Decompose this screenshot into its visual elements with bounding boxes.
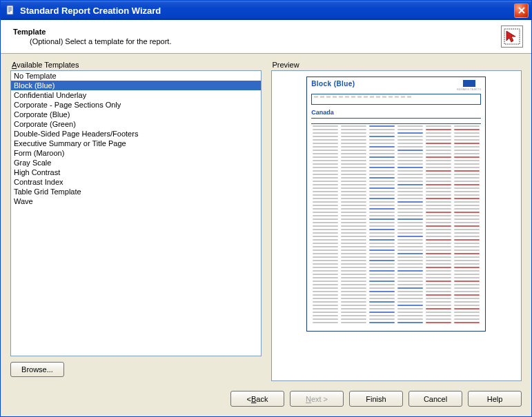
preview-table-header [311,118,481,124]
preview-label: Preview [271,61,522,69]
finish-button[interactable]: Finish [349,391,403,407]
wizard-header-text: Template (Optional) Select a template fo… [13,28,501,45]
window-title: Standard Report Creation Wizard [20,6,514,16]
template-item[interactable]: Corporate (Green) [11,119,261,129]
back-button[interactable]: < Back [230,391,284,407]
template-item[interactable]: Corporate - Page Sections Only [11,100,261,110]
next-rest: ext > [311,395,328,403]
browse-button[interactable]: Browse... [10,362,64,377]
template-item[interactable]: No Template [11,71,261,81]
template-item[interactable]: Gray Scale [11,158,261,167]
close-icon [518,6,526,14]
page-description: (Optional) Select a template for the rep… [13,37,501,45]
template-item[interactable]: Executive Summary or Title Page [11,139,261,148]
templates-listbox[interactable]: No TemplateBlock (Blue)Confidential Unde… [10,70,262,356]
template-item[interactable]: Confidential Underlay [11,90,261,100]
template-item[interactable]: Block (Blue) [11,81,261,90]
preview-subheader-blur [314,96,413,98]
content-area: Available Templates No TemplateBlock (Bl… [1,54,531,384]
preview-table-row [311,321,481,324]
back-rest: ack [256,395,268,403]
page-title: Template [13,28,501,36]
template-item[interactable]: Wave [11,196,261,206]
wizard-window: Standard Report Creation Wizard Template… [0,0,532,417]
button-row: < Back Next > Finish Cancel Help [1,384,531,416]
cancel-button[interactable]: Cancel [408,391,462,407]
template-item[interactable]: Corporate (Blue) [11,110,261,119]
preview-logo-text: BUSINESS OBJECTS [457,88,482,91]
browse-row: Browse... [10,362,262,377]
next-button: Next > [290,391,344,407]
templates-label: Available Templates [10,61,262,69]
templates-pane: Available Templates No TemplateBlock (Bl… [10,61,262,381]
cursor-report-icon [502,27,522,46]
help-button[interactable]: Help [468,391,522,407]
wizard-header: Template (Optional) Select a template fo… [1,20,531,54]
templates-label-text: vailable Templates [17,61,79,69]
next-ul: N [306,395,311,403]
preview-logo: BUSINESS OBJECTS [457,80,482,91]
template-item[interactable]: Double-Sided Page Headers/Footers [11,129,261,139]
preview-pane: Preview Block (Blue) BUSINESS OBJECTS Ca… [271,61,522,381]
preview-country: Canada [311,109,481,116]
close-button[interactable] [514,3,529,18]
back-ul: B [251,395,256,403]
template-item[interactable]: High Contrast [11,167,261,177]
template-item[interactable]: Table Grid Template [11,187,261,196]
titlebar: Standard Report Creation Wizard [1,1,531,20]
template-item[interactable]: Form (Maroon) [11,148,261,158]
preview-title: Block (Blue) [311,80,355,88]
preview-logo-box [463,80,475,87]
template-item[interactable]: Contrast Index [11,177,261,187]
svg-marker-8 [506,31,515,42]
wizard-header-icon [501,26,523,48]
preview-subheader-box [311,94,481,105]
preview-box: Block (Blue) BUSINESS OBJECTS Canada [271,70,522,381]
preview-page: Block (Blue) BUSINESS OBJECTS Canada [306,77,486,332]
app-document-icon [5,5,16,16]
preview-table-body [311,124,481,328]
preview-table [311,118,481,328]
